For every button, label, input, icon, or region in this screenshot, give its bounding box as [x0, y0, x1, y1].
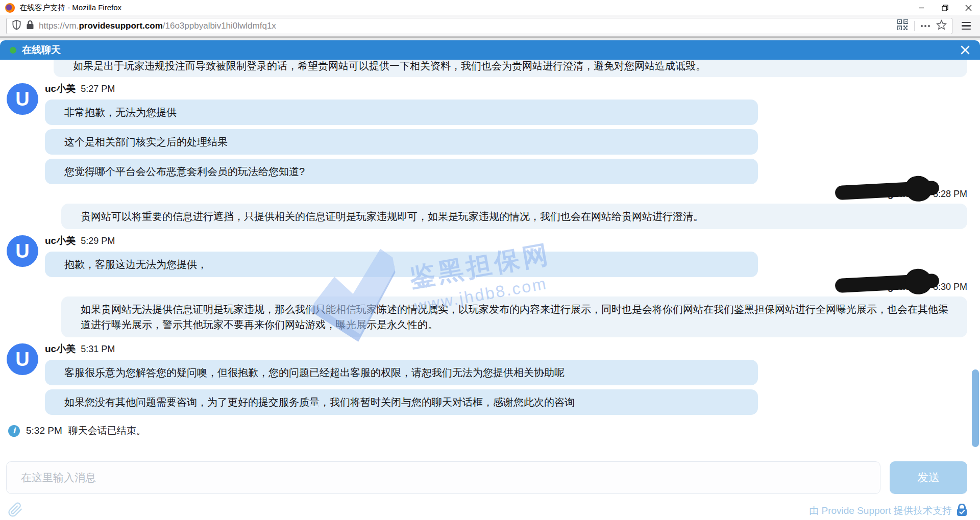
- chat-bubble: 如果贵网站无法提供信息证明是玩家违规，那么我们只能相信玩家陈述的情况属实，以玩家…: [61, 296, 967, 337]
- powered-by-link[interactable]: 由 Provide Support 提供技术支持: [809, 504, 952, 517]
- agent-message-group: uc小美5:27 PM非常抱歉，无法为您提供这个是相关部门核实之后的处理结果您觉…: [45, 82, 758, 184]
- chat-bubble: 这个是相关部门核实之后的处理结果: [45, 129, 758, 155]
- chat-bubble: 如果是出于玩家违规投注而导致被限制登录的话，希望贵网站可以提供一下相关资料，我们…: [54, 60, 967, 77]
- agent-message-row: Uuc小美5:31 PM客服很乐意为您解答您的疑问噢，但很抱歉，您的问题已经超出…: [0, 342, 980, 415]
- agent-name: uc小美: [45, 342, 76, 356]
- agent-message-row: Uuc小美5:29 PM抱歉，客服这边无法为您提供，: [0, 234, 980, 277]
- system-message-text: 聊天会话已结束。: [68, 424, 146, 437]
- message-input[interactable]: [6, 461, 880, 494]
- system-message-row: i5:32 PM聊天会话已结束。: [8, 424, 980, 437]
- window-title: 在线客户支持 - Mozilla Firefox: [19, 3, 121, 13]
- info-icon: i: [8, 425, 20, 437]
- agent-name: uc小美: [45, 234, 76, 247]
- message-meta: uc小美5:27 PM: [45, 82, 758, 95]
- agent-avatar: U: [7, 83, 38, 115]
- agent-avatar: U: [7, 343, 38, 375]
- message-time: 5:32 PM: [26, 425, 62, 436]
- bookmark-star-icon[interactable]: [936, 19, 947, 32]
- chat-message-list[interactable]: 鉴黑担保网 www.jhdb8.com 如果是出于玩家违规投注而导致被限制登录的…: [0, 60, 980, 455]
- agent-message-group: uc小美5:31 PM客服很乐意为您解答您的疑问噢，但很抱歉，您的问题已经超出客…: [45, 342, 758, 415]
- browser-toolbar: https://vm.providesupport.com/16o3ppbyal…: [0, 15, 980, 37]
- message-time: 5:31 PM: [81, 344, 115, 355]
- restore-button[interactable]: [933, 0, 957, 15]
- window-titlebar: 在线客户支持 - Mozilla Firefox: [0, 0, 980, 15]
- menu-icon[interactable]: [959, 20, 974, 32]
- chat-bubble: 如果您没有其他问题需要咨询，为了更好的提交服务质量，我们将暂时关闭与您的聊天对话…: [45, 389, 758, 415]
- agent-name: uc小美: [45, 82, 76, 95]
- lock-icon[interactable]: [26, 20, 34, 32]
- message-meta: dingbaogan5:28 PM: [0, 188, 967, 200]
- secure-lock-icon: [957, 504, 967, 518]
- agent-avatar: U: [7, 235, 38, 267]
- close-window-button[interactable]: [957, 0, 980, 15]
- user-message-row: dingbaogan5:28 PM贵网站可以将重要的信息进行遮挡，只提供相关的信…: [0, 188, 980, 229]
- attachment-paperclip-icon[interactable]: [8, 502, 23, 520]
- toolbar-separator: [914, 21, 915, 31]
- chat-bubble: 您觉得哪个平台会公布恶意套利会员的玩法给您知道?: [45, 159, 758, 184]
- message-time: 5:29 PM: [81, 236, 115, 246]
- message-text: 如果是出于玩家违规投注而导致被限制登录的话，希望贵网站可以提供一下相关资料，我们…: [73, 60, 955, 73]
- close-chat-icon[interactable]: [960, 45, 970, 55]
- chat-bubble: 非常抱歉，无法为您提供: [45, 100, 758, 125]
- redacted-user-name: dingbaogan: [873, 188, 928, 200]
- message-meta: uc小美5:31 PM: [45, 342, 758, 356]
- qr-code-icon[interactable]: [897, 19, 908, 32]
- chat-bubble: 抱歉，客服这边无法为您提供，: [45, 252, 758, 277]
- chat-header: 在线聊天: [0, 40, 980, 60]
- url-text: https://vm.providesupport.com/16o3ppbyal…: [39, 21, 276, 31]
- browser-content: 在线聊天 鉴黑担保网 www.jhdb8.com 如果是出于玩家违规投注而导致被…: [0, 37, 980, 520]
- address-bar[interactable]: https://vm.providesupport.com/16o3ppbyal…: [6, 18, 952, 34]
- chat-input-row: 发送: [0, 455, 980, 494]
- message-time: 5:27 PM: [81, 84, 115, 94]
- page-top-strip: [0, 37, 980, 40]
- message-row-partial: 如果是出于玩家违规投注而导致被限制登录的话，希望贵网站可以提供一下相关资料，我们…: [0, 60, 980, 77]
- user-message-row: dingbaogan5:30 PM如果贵网站无法提供信息证明是玩家违规，那么我们…: [0, 281, 980, 337]
- agent-message-row: Uuc小美5:27 PM非常抱歉，无法为您提供这个是相关部门核实之后的处理结果您…: [0, 82, 980, 184]
- redacted-user-name: dingbaogan: [873, 281, 928, 292]
- chat-widget: 在线聊天 鉴黑担保网 www.jhdb8.com 如果是出于玩家违规投注而导致被…: [0, 40, 980, 520]
- firefox-icon: [5, 3, 15, 13]
- chat-bubble: 客服很乐意为您解答您的疑问噢，但很抱歉，您的问题已经超出客服的权限，请恕我们无法…: [45, 360, 758, 385]
- chat-title: 在线聊天: [22, 43, 61, 57]
- page-actions-icon[interactable]: [921, 25, 930, 27]
- agent-message-group: uc小美5:29 PM抱歉，客服这边无法为您提供，: [45, 234, 758, 277]
- chat-bubble: 贵网站可以将重要的信息进行遮挡，只提供相关的信息证明是玩家违规即可，如果是玩家违…: [61, 204, 967, 229]
- tracking-shield-icon[interactable]: [12, 19, 21, 32]
- minimize-button[interactable]: [910, 0, 933, 15]
- scrollbar-thumb[interactable]: [972, 369, 979, 447]
- send-button[interactable]: 发送: [890, 461, 967, 494]
- online-status-dot: [10, 47, 16, 54]
- chat-footer: 由 Provide Support 提供技术支持: [0, 494, 980, 520]
- message-meta: dingbaogan5:30 PM: [0, 281, 967, 292]
- message-meta: uc小美5:29 PM: [45, 234, 758, 247]
